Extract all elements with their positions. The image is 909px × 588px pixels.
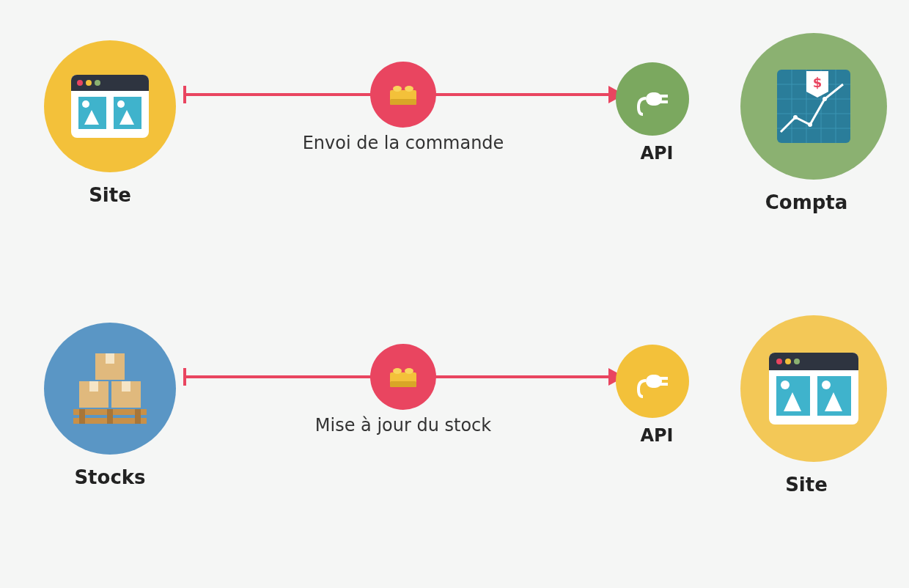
plug-icon xyxy=(633,361,672,401)
label-site-target: Site xyxy=(733,474,880,496)
svg-point-58 xyxy=(781,381,790,389)
svg-point-55 xyxy=(794,359,800,364)
svg-point-53 xyxy=(776,359,782,364)
svg-rect-18 xyxy=(659,100,668,103)
compta-circle: $ xyxy=(740,33,887,180)
lego-brick-icon xyxy=(387,364,419,390)
arrow-area-1: Envoi de la commande xyxy=(183,57,623,189)
svg-rect-17 xyxy=(659,95,668,98)
svg-rect-35 xyxy=(89,381,98,392)
svg-rect-48 xyxy=(659,377,668,380)
svg-point-11 xyxy=(117,100,125,108)
svg-rect-40 xyxy=(79,409,85,424)
svg-rect-49 xyxy=(659,383,668,386)
site-icon-circle xyxy=(44,40,176,172)
browser-window-icon xyxy=(70,73,150,139)
svg-rect-16 xyxy=(646,92,662,106)
svg-point-45 xyxy=(393,368,402,374)
api-circle-1 xyxy=(616,62,689,136)
api-label-1: API xyxy=(620,143,693,163)
svg-point-5 xyxy=(95,80,100,86)
action-label-1: Envoi de la commande xyxy=(303,133,504,153)
svg-point-14 xyxy=(393,86,402,92)
svg-point-28 xyxy=(793,115,798,120)
svg-rect-37 xyxy=(122,381,130,392)
svg-rect-13 xyxy=(390,99,416,105)
svg-rect-33 xyxy=(106,353,114,364)
action-label-2: Mise à jour du stock xyxy=(315,415,491,436)
node-site-target: API Site xyxy=(623,315,872,496)
plug-icon xyxy=(633,79,672,119)
browser-window-icon xyxy=(766,350,861,427)
svg-point-61 xyxy=(822,381,831,389)
stocks-icon-circle xyxy=(44,323,176,455)
node-stocks-source: Stocks xyxy=(37,323,183,488)
svg-rect-47 xyxy=(646,375,662,388)
flow-row-1: Site Envoi de la commande API xyxy=(0,33,909,213)
node-compta-target: API $ Compta xyxy=(623,33,872,213)
svg-point-54 xyxy=(785,359,791,364)
chart-icon: $ xyxy=(770,62,858,150)
arrow-line-2 xyxy=(183,375,623,378)
svg-point-15 xyxy=(405,86,413,92)
api-circle-2 xyxy=(616,345,689,418)
lego-brick-icon xyxy=(387,81,419,108)
label-stocks: Stocks xyxy=(74,466,145,488)
flow-row-2: Stocks Mise à jour du stock API xyxy=(0,315,909,496)
svg-text:$: $ xyxy=(813,75,822,90)
boxes-pallet-icon xyxy=(66,345,154,433)
svg-rect-44 xyxy=(390,381,416,387)
lego-block-circle-2 xyxy=(370,344,436,410)
api-label-2: API xyxy=(620,425,693,446)
svg-point-4 xyxy=(86,80,92,86)
svg-point-8 xyxy=(82,100,89,108)
svg-point-30 xyxy=(822,97,827,101)
svg-point-29 xyxy=(808,122,812,127)
node-site-source: Site xyxy=(37,40,183,206)
arrow-area-2: Mise à jour du stock xyxy=(183,339,623,471)
label-site: Site xyxy=(89,184,131,206)
site-target-circle xyxy=(740,315,887,462)
svg-rect-52 xyxy=(769,364,858,370)
svg-point-46 xyxy=(405,368,413,374)
svg-rect-41 xyxy=(107,409,113,424)
lego-block-circle-1 xyxy=(370,62,436,128)
svg-point-3 xyxy=(77,80,83,86)
label-compta: Compta xyxy=(733,191,880,213)
arrow-line-1 xyxy=(183,93,623,96)
svg-rect-2 xyxy=(71,85,149,91)
svg-rect-42 xyxy=(135,409,141,424)
